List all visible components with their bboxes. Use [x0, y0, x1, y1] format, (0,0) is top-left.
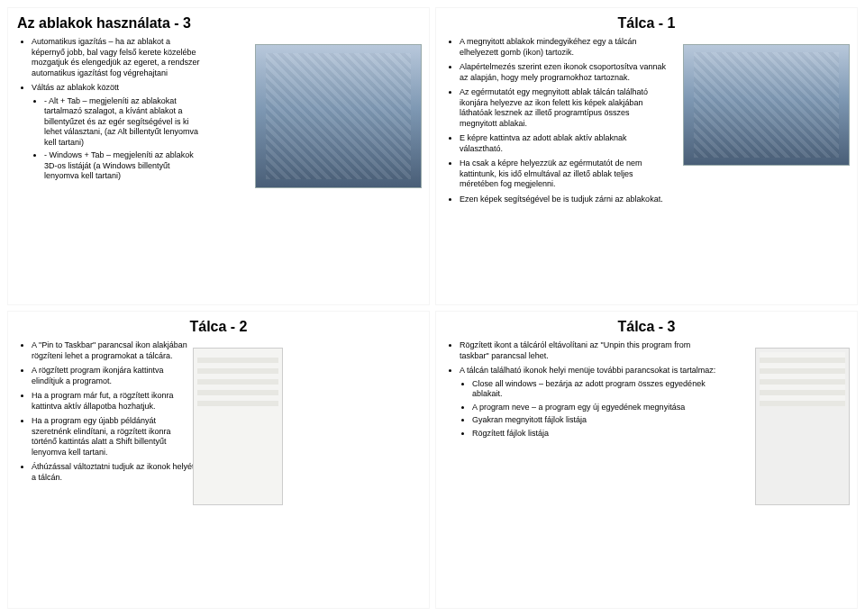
- list-item: Rögzített fájlok listája: [472, 429, 719, 439]
- list-item: Gyakran megnyitott fájlok listája: [472, 415, 719, 426]
- bullet-list: A megnyitott ablakok mindegyikéhez egy a…: [445, 37, 667, 204]
- list-item: E képre kattintva az adott ablak aktív a…: [460, 133, 667, 154]
- list-item: Az egérmutatót egy megnyitott ablak tálc…: [460, 87, 667, 129]
- list-item: A rögzített program ikonjára kattintva e…: [32, 366, 195, 386]
- bullet-list: A "Pin to Taskbar" parancsal ikon alakjá…: [17, 340, 195, 483]
- list-item: Ha a program egy újabb példányát szeretn…: [32, 416, 195, 457]
- context-menu-thumbnail: [193, 348, 283, 505]
- list-item: Áthúzással változtatni tudjuk az ikonok …: [32, 462, 195, 483]
- bullet-list: Automatikus igazítás – ha az ablakot a k…: [17, 37, 203, 182]
- bullet-column: A "Pin to Taskbar" parancsal ikon alakjá…: [17, 340, 195, 483]
- bullet-column: A megnyitott ablakok mindegyikéhez egy a…: [445, 37, 667, 204]
- bullet-list: Rögzített ikont a tálcáról eltávolítani …: [445, 340, 719, 439]
- list-item: Close all windows – bezárja az adott pro…: [472, 379, 719, 400]
- screenshot-thumbnail: [255, 44, 422, 188]
- screenshot-thumbnail: [683, 44, 850, 166]
- list-item-text: Váltás az ablakok között: [32, 83, 119, 92]
- list-item: A "Pin to Taskbar" parancsal ikon alakjá…: [32, 340, 195, 361]
- slide-talca-2: Tálca - 2 A "Pin to Taskbar" parancsal i…: [7, 311, 430, 609]
- slide-title: Az ablakok használata - 3: [17, 15, 420, 32]
- list-item: - Windows + Tab – megjeleníti az ablakok…: [44, 150, 203, 182]
- jump-list-thumbnail: [755, 348, 850, 505]
- slide-title: Tálca - 3: [445, 319, 848, 335]
- slide-title: Tálca - 2: [17, 319, 420, 335]
- list-item: Ha a program már fut, a rögzített ikonra…: [32, 391, 195, 412]
- bullet-column: Automatikus igazítás – ha az ablakot a k…: [17, 37, 203, 182]
- slide-talca-3: Tálca - 3 Rögzített ikont a tálcáról elt…: [435, 311, 858, 609]
- list-item: Alapértelmezés szerint ezen ikonok csopo…: [460, 62, 667, 83]
- list-item: Rögzített ikont a tálcáról eltávolítani …: [460, 340, 719, 361]
- list-item: A megnyitott ablakok mindegyikéhez egy a…: [460, 37, 667, 58]
- list-item: A tálcán található ikonok helyi menüje t…: [460, 366, 719, 439]
- list-item: Ha csak a képre helyezzük az egérmutatót…: [460, 159, 667, 190]
- sub-list: Close all windows – bezárja az adott pro…: [460, 379, 719, 439]
- list-item: - Alt + Tab – megjeleníti az ablakokat t…: [44, 96, 203, 149]
- list-item: Automatikus igazítás – ha az ablakot a k…: [32, 37, 203, 78]
- list-item: Váltás az ablakok között - Alt + Tab – m…: [32, 83, 203, 182]
- bullet-column: Rögzített ikont a tálcáról eltávolítani …: [445, 340, 719, 439]
- list-item: Ezen képek segítségével be is tudjuk zár…: [460, 195, 667, 205]
- slide-ablakok-3: Az ablakok használata - 3 Automatikus ig…: [7, 7, 430, 305]
- list-item-text: A tálcán található ikonok helyi menüje t…: [460, 366, 715, 375]
- list-item: A program neve – a program egy új egyedé…: [472, 403, 719, 413]
- slide-title: Tálca - 1: [445, 15, 848, 32]
- slide-talca-1: Tálca - 1 A megnyitott ablakok mindegyik…: [435, 7, 858, 305]
- sub-list: - Alt + Tab – megjeleníti az ablakokat t…: [32, 96, 203, 182]
